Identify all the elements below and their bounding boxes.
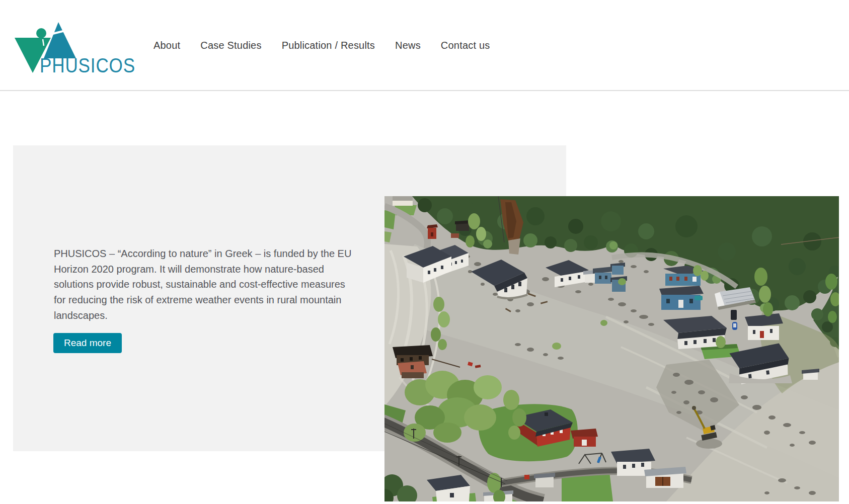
- teal-car: [694, 296, 703, 300]
- dark-car: [731, 310, 737, 320]
- nav-contact-us[interactable]: Contact us: [441, 39, 490, 52]
- hero-paragraph-line: for reducing the risk of extreme weather…: [54, 292, 351, 308]
- logo-mark: PHUSICOS: [15, 21, 135, 73]
- nav-publication-results[interactable]: Publication / Results: [282, 39, 375, 52]
- hero-photo-flooded-village: [384, 196, 839, 501]
- logo-tree-icon: [36, 28, 46, 38]
- hero-paragraph: PHUSICOS – “According to nature” in Gree…: [54, 246, 351, 323]
- nav-case-studies[interactable]: Case Studies: [200, 39, 261, 52]
- white-house-red-door: [745, 313, 783, 340]
- phusicos-homepage: PHUSICOS About Case Studies Publication …: [0, 0, 849, 504]
- site-header: PHUSICOS About Case Studies Publication …: [0, 0, 849, 91]
- hero-paragraph-line: solutions provide robust, sustainable an…: [54, 277, 351, 292]
- hero-paragraph-line: PHUSICOS – “According to nature” in Gree…: [54, 246, 351, 262]
- red-hut: [427, 224, 438, 239]
- hero-paragraph-line: landscapes.: [54, 308, 351, 323]
- nav-news[interactable]: News: [395, 39, 421, 52]
- red-tractor: [524, 475, 529, 479]
- blue-gray-house: [593, 267, 613, 284]
- red-shed: [571, 429, 598, 447]
- nav-about[interactable]: About: [153, 39, 180, 52]
- read-more-button[interactable]: Read more: [53, 333, 122, 353]
- logo-text: PHUSICOS: [40, 54, 135, 73]
- salmon-roof-building: [398, 361, 427, 378]
- hero-paragraph-line: Horizon 2020 program. It will demonstrat…: [54, 262, 351, 277]
- site-logo[interactable]: PHUSICOS: [15, 21, 135, 73]
- main-nav: About Case Studies Publication / Results…: [153, 39, 490, 52]
